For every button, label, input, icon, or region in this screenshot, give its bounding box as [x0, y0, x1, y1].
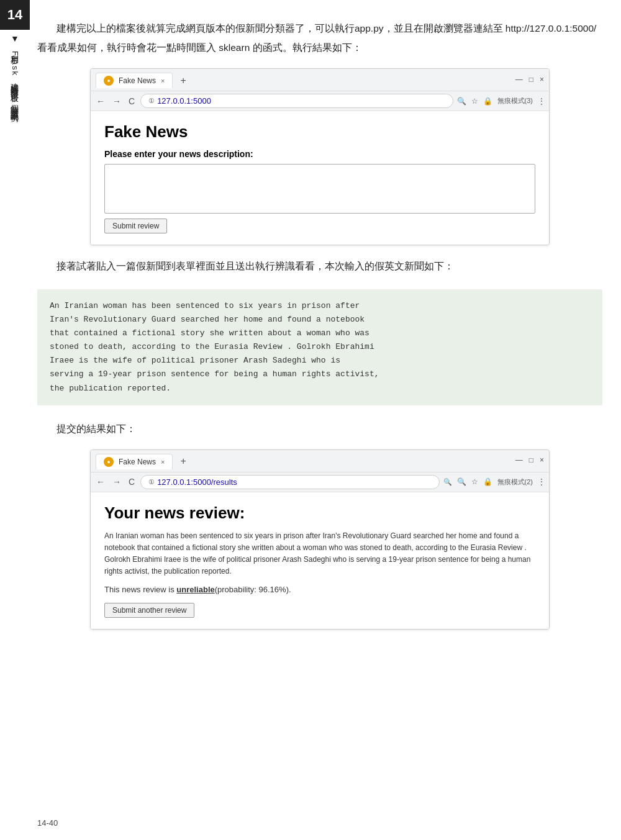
nav-reload-1[interactable]: C — [127, 96, 137, 106]
browser-tab-label-1: Fake News — [119, 76, 156, 85]
account-icon-1[interactable]: 🔒 — [483, 97, 492, 106]
nav-forward-1[interactable]: → — [111, 96, 123, 106]
bookmark-icon-2[interactable]: ☆ — [471, 477, 478, 486]
browser-url-text-2: 127.0.0.1:5000/results — [157, 477, 237, 487]
url-lock-icon-2: ① — [148, 478, 155, 486]
browser-url-box-2[interactable]: ① 127.0.0.1:5000/results — [140, 475, 439, 489]
browser-right-icons-2: 🔍 🔍 ☆ 🔒 無痕模式(2) ⋮ — [443, 477, 545, 487]
browser-right-icons-1: 🔍 ☆ 🔒 無痕模式(3) ⋮ — [457, 96, 545, 106]
account-icon-2[interactable]: 🔒 — [483, 477, 492, 486]
verdict-word: unreliable — [176, 585, 214, 594]
browser-mockup-2: ● Fake News × + — □ × ← → C ① 127.0.0.1:… — [90, 449, 550, 630]
menu-icon-2[interactable]: ⋮ — [538, 477, 545, 486]
browser-tab-label-2: Fake News — [119, 458, 156, 466]
browser-chrome-2: ● Fake News × + — □ × — [91, 450, 549, 472]
search-icon-2[interactable]: 🔍 — [457, 477, 466, 486]
browser-chrome-1: ● Fake News × + — □ × — [91, 69, 549, 91]
menu-icon-1[interactable]: ⋮ — [538, 97, 545, 106]
paragraph-3: 提交的結果如下： — [37, 419, 602, 438]
fake-news-title-1: Fake News — [104, 122, 535, 142]
search-icon-1[interactable]: 🔍 — [457, 97, 466, 106]
verdict-prefix: This news review is — [104, 585, 176, 594]
fake-news-prompt-1: Please enter your news description: — [104, 149, 535, 159]
paragraph-1: 建構完以上的檔案後就算完成網頁版本的假新聞分類器了，可以執行app.py，並且在… — [37, 19, 602, 57]
window-min-1[interactable]: — — [515, 75, 523, 84]
window-max-1[interactable]: □ — [529, 75, 533, 84]
browser-body-2: Your news review: An Iranian woman has b… — [91, 492, 549, 630]
browser-favicon-2: ● — [104, 457, 114, 467]
browser-window-controls-1: — □ × — [515, 75, 544, 86]
browser-url-box-1[interactable]: ① 127.0.0.1:5000 — [140, 94, 453, 108]
window-close-2[interactable]: × — [540, 456, 544, 464]
browser-tab-new-1[interactable]: + — [176, 74, 189, 88]
submit-review-button-1[interactable]: Submit review — [104, 219, 167, 233]
nav-back-1[interactable]: ← — [94, 96, 107, 106]
window-close-1[interactable]: × — [540, 75, 544, 84]
ext-icon-2: 🔍 — [443, 478, 452, 486]
browser-body-1: Fake News Please enter your news descrip… — [91, 111, 549, 245]
bookmark-icon-1[interactable]: ☆ — [471, 97, 478, 106]
incognito-label-1: 無痕模式(3) — [497, 96, 533, 106]
nav-reload-2[interactable]: C — [127, 477, 137, 487]
browser-address-bar-1: ← → C ① 127.0.0.1:5000 🔍 ☆ 🔒 無痕模式(3) ⋮ — [91, 91, 549, 111]
browser-window-controls-2: — □ × — [515, 456, 544, 467]
news-textarea-1[interactable] — [104, 164, 535, 214]
browser-title-bar-2: ● Fake News × + — □ × — [96, 454, 544, 469]
window-min-2[interactable]: — — [515, 456, 523, 464]
result-verdict: This news review is unreliable(probabili… — [104, 585, 535, 594]
verdict-suffix: (probability: 96.16%). — [215, 585, 291, 594]
code-block: An Iranian woman has been sentenced to s… — [37, 289, 602, 405]
browser-url-text-1: 127.0.0.1:5000 — [157, 96, 211, 106]
chapter-number: 14 — [0, 0, 30, 30]
chapter-tab: 14 ▼ 利用Flask建構網路服務以留言板、假新聞辨識系統為例 — [0, 0, 30, 840]
result-news-text: An Iranian woman has been sentenced to s… — [104, 530, 535, 578]
url-lock-icon-1: ① — [148, 97, 155, 105]
browser-favicon-1: ● — [104, 76, 114, 86]
chapter-arrow: ▼ — [11, 34, 19, 43]
browser-tab-close-1[interactable]: × — [161, 77, 165, 84]
window-max-2[interactable]: □ — [529, 456, 533, 464]
browser-tab-2[interactable]: ● Fake News × — [96, 454, 173, 469]
browser-tab-close-2[interactable]: × — [161, 458, 165, 466]
chapter-title: 利用Flask建構網路服務以留言板、假新聞辨識系統為例 — [9, 48, 21, 109]
nav-back-2[interactable]: ← — [94, 477, 107, 487]
submit-another-button[interactable]: Submit another review — [104, 603, 194, 618]
incognito-label-2: 無痕模式(2) — [497, 477, 533, 487]
page-number: 14-40 — [37, 818, 58, 828]
browser-title-bar-1: ● Fake News × + — □ × — [96, 73, 544, 88]
browser-tab-new-2[interactable]: + — [176, 454, 189, 468]
browser-mockup-1: ● Fake News × + — □ × ← → C ① 127.0.0.1:… — [90, 68, 550, 245]
nav-forward-2[interactable]: → — [111, 477, 123, 487]
browser-address-bar-2: ← → C ① 127.0.0.1:5000/results 🔍 🔍 ☆ 🔒 無… — [91, 472, 549, 492]
paragraph-2: 接著試著貼入一篇假新聞到表單裡面並且送出執行辨識看看，本次輸入的假英文新聞如下： — [37, 256, 602, 276]
browser-tab-1[interactable]: ● Fake News × — [96, 73, 173, 88]
result-title: Your news review: — [104, 504, 535, 523]
main-content: 建構完以上的檔案後就算完成網頁版本的假新聞分類器了，可以執行app.py，並且在… — [37, 0, 602, 666]
